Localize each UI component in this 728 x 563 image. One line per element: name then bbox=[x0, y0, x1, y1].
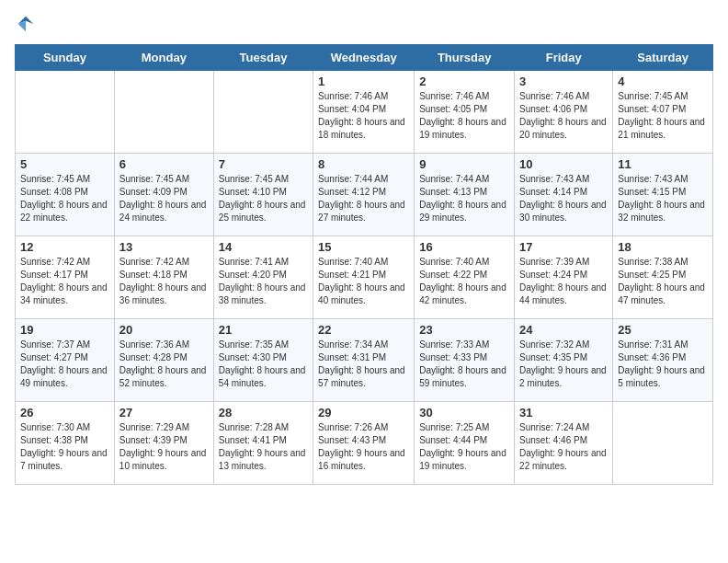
calendar-cell: 18Sunrise: 7:38 AM Sunset: 4:25 PM Dayli… bbox=[613, 236, 713, 319]
week-row-4: 19Sunrise: 7:37 AM Sunset: 4:27 PM Dayli… bbox=[16, 319, 713, 402]
day-number: 13 bbox=[119, 240, 209, 254]
calendar-cell: 22Sunrise: 7:34 AM Sunset: 4:31 PM Dayli… bbox=[313, 319, 415, 402]
day-info: Sunrise: 7:34 AM Sunset: 4:31 PM Dayligh… bbox=[318, 339, 409, 390]
day-number: 15 bbox=[318, 240, 409, 254]
day-info: Sunrise: 7:44 AM Sunset: 4:13 PM Dayligh… bbox=[419, 173, 509, 224]
day-info: Sunrise: 7:40 AM Sunset: 4:21 PM Dayligh… bbox=[318, 256, 409, 307]
day-info: Sunrise: 7:46 AM Sunset: 4:06 PM Dayligh… bbox=[519, 90, 608, 142]
day-number: 5 bbox=[20, 157, 109, 171]
day-number: 24 bbox=[519, 323, 608, 337]
calendar-cell: 15Sunrise: 7:40 AM Sunset: 4:21 PM Dayli… bbox=[313, 236, 415, 319]
week-row-2: 5Sunrise: 7:45 AM Sunset: 4:08 PM Daylig… bbox=[16, 154, 713, 236]
calendar-cell: 28Sunrise: 7:28 AM Sunset: 4:41 PM Dayli… bbox=[213, 402, 313, 485]
day-number: 7 bbox=[219, 157, 308, 171]
day-number: 9 bbox=[419, 157, 509, 171]
calendar-cell: 9Sunrise: 7:44 AM Sunset: 4:13 PM Daylig… bbox=[415, 154, 515, 236]
calendar-cell: 27Sunrise: 7:29 AM Sunset: 4:39 PM Dayli… bbox=[114, 402, 213, 485]
day-number: 10 bbox=[519, 157, 608, 171]
calendar-cell: 21Sunrise: 7:35 AM Sunset: 4:30 PM Dayli… bbox=[213, 319, 313, 402]
day-number: 17 bbox=[519, 240, 608, 254]
calendar-cell bbox=[16, 71, 115, 154]
day-number: 21 bbox=[219, 323, 308, 337]
day-info: Sunrise: 7:37 AM Sunset: 4:27 PM Dayligh… bbox=[20, 339, 109, 390]
day-info: Sunrise: 7:42 AM Sunset: 4:18 PM Dayligh… bbox=[119, 256, 209, 307]
calendar-cell: 14Sunrise: 7:41 AM Sunset: 4:20 PM Dayli… bbox=[213, 236, 313, 319]
day-header-wednesday: Wednesday bbox=[313, 45, 415, 71]
calendar-cell: 10Sunrise: 7:43 AM Sunset: 4:14 PM Dayli… bbox=[515, 154, 613, 236]
calendar-cell bbox=[613, 402, 713, 485]
day-header-monday: Monday bbox=[114, 45, 213, 71]
day-info: Sunrise: 7:45 AM Sunset: 4:09 PM Dayligh… bbox=[119, 173, 209, 224]
day-number: 6 bbox=[119, 157, 209, 171]
calendar-cell: 7Sunrise: 7:45 AM Sunset: 4:10 PM Daylig… bbox=[213, 154, 313, 236]
calendar-cell: 17Sunrise: 7:39 AM Sunset: 4:24 PM Dayli… bbox=[515, 236, 613, 319]
logo-icon bbox=[17, 15, 35, 33]
day-number: 1 bbox=[318, 75, 409, 88]
week-row-1: 1Sunrise: 7:46 AM Sunset: 4:04 PM Daylig… bbox=[16, 71, 713, 154]
day-number: 22 bbox=[318, 323, 409, 337]
day-info: Sunrise: 7:31 AM Sunset: 4:36 PM Dayligh… bbox=[618, 339, 708, 390]
calendar-cell: 29Sunrise: 7:26 AM Sunset: 4:43 PM Dayli… bbox=[313, 402, 415, 485]
calendar-cell: 8Sunrise: 7:44 AM Sunset: 4:12 PM Daylig… bbox=[313, 154, 415, 236]
day-info: Sunrise: 7:44 AM Sunset: 4:12 PM Dayligh… bbox=[318, 173, 409, 224]
day-info: Sunrise: 7:45 AM Sunset: 4:07 PM Dayligh… bbox=[618, 90, 708, 142]
day-info: Sunrise: 7:39 AM Sunset: 4:24 PM Dayligh… bbox=[519, 256, 608, 307]
day-number: 20 bbox=[119, 323, 209, 337]
calendar-cell: 5Sunrise: 7:45 AM Sunset: 4:08 PM Daylig… bbox=[16, 154, 115, 236]
calendar-cell: 6Sunrise: 7:45 AM Sunset: 4:09 PM Daylig… bbox=[114, 154, 213, 236]
week-row-5: 26Sunrise: 7:30 AM Sunset: 4:38 PM Dayli… bbox=[16, 402, 713, 485]
day-info: Sunrise: 7:45 AM Sunset: 4:10 PM Dayligh… bbox=[219, 173, 308, 224]
day-info: Sunrise: 7:46 AM Sunset: 4:05 PM Dayligh… bbox=[419, 90, 509, 142]
day-info: Sunrise: 7:24 AM Sunset: 4:46 PM Dayligh… bbox=[519, 421, 608, 473]
calendar-cell: 23Sunrise: 7:33 AM Sunset: 4:33 PM Dayli… bbox=[415, 319, 515, 402]
day-number: 26 bbox=[20, 406, 109, 419]
day-number: 11 bbox=[618, 157, 708, 171]
day-header-tuesday: Tuesday bbox=[213, 45, 313, 71]
day-info: Sunrise: 7:32 AM Sunset: 4:35 PM Dayligh… bbox=[519, 339, 608, 390]
day-info: Sunrise: 7:45 AM Sunset: 4:08 PM Dayligh… bbox=[20, 173, 109, 224]
calendar-cell: 3Sunrise: 7:46 AM Sunset: 4:06 PM Daylig… bbox=[515, 71, 613, 154]
calendar-header-row: SundayMondayTuesdayWednesdayThursdayFrid… bbox=[16, 45, 713, 71]
day-number: 4 bbox=[618, 75, 708, 88]
day-number: 30 bbox=[419, 406, 509, 419]
calendar-cell bbox=[114, 71, 213, 154]
day-info: Sunrise: 7:46 AM Sunset: 4:04 PM Dayligh… bbox=[318, 90, 409, 142]
day-number: 8 bbox=[318, 157, 409, 171]
day-header-thursday: Thursday bbox=[415, 45, 515, 71]
day-number: 29 bbox=[318, 406, 409, 419]
calendar-cell: 30Sunrise: 7:25 AM Sunset: 4:44 PM Dayli… bbox=[415, 402, 515, 485]
day-info: Sunrise: 7:30 AM Sunset: 4:38 PM Dayligh… bbox=[20, 421, 109, 473]
day-header-sunday: Sunday bbox=[16, 45, 115, 71]
day-header-saturday: Saturday bbox=[613, 45, 713, 71]
calendar-cell: 13Sunrise: 7:42 AM Sunset: 4:18 PM Dayli… bbox=[114, 236, 213, 319]
day-info: Sunrise: 7:38 AM Sunset: 4:25 PM Dayligh… bbox=[618, 256, 708, 307]
day-number: 23 bbox=[419, 323, 509, 337]
day-header-friday: Friday bbox=[515, 45, 613, 71]
calendar-cell: 4Sunrise: 7:45 AM Sunset: 4:07 PM Daylig… bbox=[613, 71, 713, 154]
calendar-table: SundayMondayTuesdayWednesdayThursdayFrid… bbox=[15, 44, 713, 485]
day-info: Sunrise: 7:43 AM Sunset: 4:15 PM Dayligh… bbox=[618, 173, 708, 224]
day-info: Sunrise: 7:26 AM Sunset: 4:43 PM Dayligh… bbox=[318, 421, 409, 473]
calendar-cell: 31Sunrise: 7:24 AM Sunset: 4:46 PM Dayli… bbox=[515, 402, 613, 485]
day-info: Sunrise: 7:43 AM Sunset: 4:14 PM Dayligh… bbox=[519, 173, 608, 224]
calendar-cell: 24Sunrise: 7:32 AM Sunset: 4:35 PM Dayli… bbox=[515, 319, 613, 402]
day-number: 14 bbox=[219, 240, 308, 254]
day-info: Sunrise: 7:42 AM Sunset: 4:17 PM Dayligh… bbox=[20, 256, 109, 307]
calendar-cell: 20Sunrise: 7:36 AM Sunset: 4:28 PM Dayli… bbox=[114, 319, 213, 402]
calendar-cell: 19Sunrise: 7:37 AM Sunset: 4:27 PM Dayli… bbox=[16, 319, 115, 402]
day-number: 3 bbox=[519, 75, 608, 88]
day-number: 12 bbox=[20, 240, 109, 254]
day-info: Sunrise: 7:33 AM Sunset: 4:33 PM Dayligh… bbox=[419, 339, 509, 390]
day-info: Sunrise: 7:28 AM Sunset: 4:41 PM Dayligh… bbox=[219, 421, 308, 473]
day-info: Sunrise: 7:29 AM Sunset: 4:39 PM Dayligh… bbox=[119, 421, 209, 473]
calendar-cell: 1Sunrise: 7:46 AM Sunset: 4:04 PM Daylig… bbox=[313, 71, 415, 154]
calendar-cell: 16Sunrise: 7:40 AM Sunset: 4:22 PM Dayli… bbox=[415, 236, 515, 319]
calendar-cell: 2Sunrise: 7:46 AM Sunset: 4:05 PM Daylig… bbox=[415, 71, 515, 154]
week-row-3: 12Sunrise: 7:42 AM Sunset: 4:17 PM Dayli… bbox=[16, 236, 713, 319]
calendar-cell: 11Sunrise: 7:43 AM Sunset: 4:15 PM Dayli… bbox=[613, 154, 713, 236]
day-number: 25 bbox=[618, 323, 708, 337]
day-info: Sunrise: 7:35 AM Sunset: 4:30 PM Dayligh… bbox=[219, 339, 308, 390]
day-info: Sunrise: 7:40 AM Sunset: 4:22 PM Dayligh… bbox=[419, 256, 509, 307]
day-number: 16 bbox=[419, 240, 509, 254]
day-number: 2 bbox=[419, 75, 509, 88]
